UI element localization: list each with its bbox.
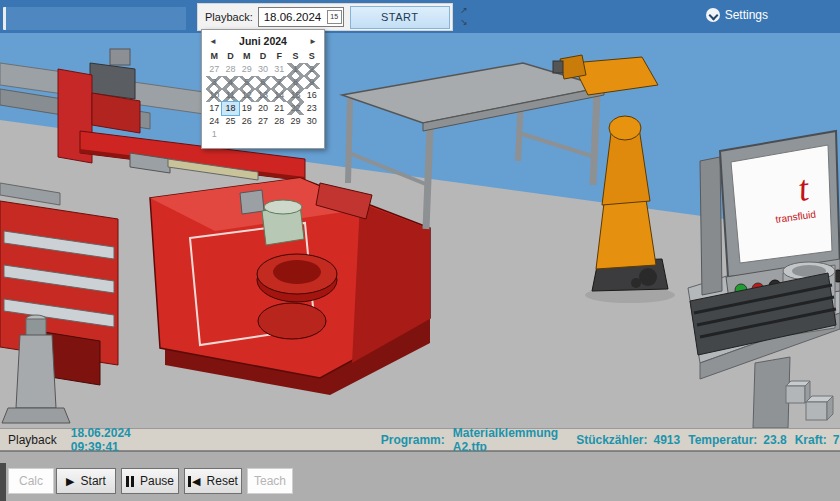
calendar-month-label: Juni 2024 bbox=[220, 35, 306, 47]
reset-button[interactable]: ◀ Reset bbox=[184, 468, 242, 494]
calendar-popup: ◄ Juni 2024 ► MDMDFSS 272829303112345678… bbox=[201, 29, 325, 149]
calendar-day-cell[interactable]: 27 bbox=[206, 63, 222, 76]
calendar-day-cell: 14 bbox=[271, 89, 287, 102]
calc-button-label: Calc bbox=[19, 474, 43, 488]
calendar-day-cell: 4 bbox=[222, 76, 238, 89]
start-button[interactable]: ▶ Start bbox=[56, 468, 116, 494]
calendar-day-cell: 22 bbox=[287, 102, 303, 115]
calendar-day-cell[interactable]: 30 bbox=[304, 115, 320, 128]
calendar-day-header: D bbox=[255, 50, 271, 63]
calendar-day-cell[interactable]: 28 bbox=[222, 63, 238, 76]
skip-to-start-icon: ◀ bbox=[188, 476, 200, 487]
calendar-day-cell[interactable]: 29 bbox=[287, 115, 303, 128]
toolbar-edge-fragment bbox=[0, 463, 6, 501]
calendar-day-header: S bbox=[304, 50, 320, 63]
calendar-day-cell[interactable]: 30 bbox=[255, 63, 271, 76]
status-bar: Playback 18.06.2024 09:39:41 Programm: M… bbox=[0, 428, 840, 451]
bottom-toolbar: Calc ▶ Start Pause ◀ Reset Teach 1.1.1 (… bbox=[0, 451, 840, 501]
settings-button[interactable]: Settings bbox=[706, 8, 768, 22]
temperature-value: 23.8 bbox=[763, 433, 786, 447]
playback-panel: Playback: 15 START bbox=[197, 3, 453, 31]
piece-counter-value: 4913 bbox=[654, 433, 681, 447]
force-label: Kraft: bbox=[795, 433, 827, 447]
calendar-day-header: M bbox=[206, 50, 222, 63]
monitor: t transfluid bbox=[720, 131, 840, 277]
calendar-icon[interactable]: 15 bbox=[327, 10, 342, 24]
calendar-day-cell: 5 bbox=[239, 76, 255, 89]
calendar-grid: 2728293031123456789101112131415161718192… bbox=[206, 63, 320, 141]
calendar-day-cell: 2 bbox=[304, 63, 320, 76]
calendar-day-cell: 15 bbox=[287, 89, 303, 102]
calendar-day-cell: 9 bbox=[304, 76, 320, 89]
pop-out-icon[interactable]: ↗ bbox=[456, 4, 472, 16]
calendar-day-cell: 12 bbox=[239, 89, 255, 102]
calendar-day-header: M bbox=[239, 50, 255, 63]
status-datetime: 18.06.2024 09:39:41 bbox=[71, 426, 131, 454]
teach-button-label: Teach bbox=[254, 474, 286, 488]
program-label: Programm: bbox=[381, 433, 445, 447]
calendar-day-header: S bbox=[287, 50, 303, 63]
calendar-prev-icon[interactable]: ◄ bbox=[206, 37, 220, 46]
calendar-day-cell[interactable]: 20 bbox=[255, 102, 271, 115]
calendar-day-cell[interactable]: 24 bbox=[206, 115, 222, 128]
calendar-day-cell: 3 bbox=[206, 76, 222, 89]
calendar-day-cell[interactable]: 21 bbox=[271, 102, 287, 115]
calendar-day-headers: MDMDFSS bbox=[206, 50, 320, 63]
temperature-label: Temperatur: bbox=[688, 433, 757, 447]
settings-label: Settings bbox=[725, 8, 768, 22]
playback-label: Playback: bbox=[205, 11, 253, 23]
calendar-day-cell[interactable]: 17 bbox=[206, 102, 222, 115]
calendar-day-header: D bbox=[222, 50, 238, 63]
calendar-day-cell[interactable]: 16 bbox=[304, 89, 320, 102]
teach-button: Teach bbox=[247, 468, 293, 494]
calendar-day-cell[interactable]: 31 bbox=[271, 63, 287, 76]
calendar-day-cell: 7 bbox=[271, 76, 287, 89]
force-value: 7.7 bbox=[833, 433, 840, 447]
calendar-day-cell[interactable]: 29 bbox=[239, 63, 255, 76]
calendar-day-cell: 1 bbox=[287, 63, 303, 76]
calendar-day-cell: 6 bbox=[255, 76, 271, 89]
scene-3d-viewport[interactable]: t transfluid bbox=[0, 33, 840, 428]
piece-counter-label: Stückzähler: bbox=[576, 433, 647, 447]
reset-button-label: Reset bbox=[207, 474, 238, 488]
top-toolbar-strip bbox=[3, 7, 186, 30]
calendar-day-cell: 13 bbox=[255, 89, 271, 102]
calendar-day-cell[interactable]: 28 bbox=[271, 115, 287, 128]
calendar-day-header: F bbox=[271, 50, 287, 63]
play-icon: ▶ bbox=[66, 476, 74, 487]
start-playback-button[interactable]: START bbox=[350, 6, 450, 29]
calendar-day-cell[interactable]: 1 bbox=[206, 128, 222, 141]
calendar-day-cell: 11 bbox=[222, 89, 238, 102]
calendar-next-icon[interactable]: ► bbox=[306, 37, 320, 46]
calc-button: Calc bbox=[8, 468, 54, 494]
top-bar: Playback: 15 START ↗ ↘ Settings bbox=[0, 0, 840, 33]
pop-in-icon[interactable]: ↘ bbox=[456, 16, 472, 28]
calendar-day-cell[interactable]: 25 bbox=[222, 115, 238, 128]
pause-icon bbox=[126, 476, 134, 487]
calendar-day-cell[interactable]: 27 bbox=[255, 115, 271, 128]
pause-button-label: Pause bbox=[140, 474, 174, 488]
calendar-day-cell[interactable]: 23 bbox=[304, 102, 320, 115]
program-value: Materialklemmung A2.tfp bbox=[453, 426, 558, 454]
monitor-screen bbox=[731, 145, 832, 263]
calendar-day-cell[interactable]: 26 bbox=[239, 115, 255, 128]
calendar-day-cell: 10 bbox=[206, 89, 222, 102]
pause-button[interactable]: Pause bbox=[121, 468, 179, 494]
calendar-day-cell[interactable]: 18 bbox=[222, 102, 238, 115]
calendar-day-cell: 8 bbox=[287, 76, 303, 89]
calendar-day-cell[interactable]: 19 bbox=[239, 102, 255, 115]
status-mode: Playback bbox=[8, 433, 57, 447]
start-button-label: Start bbox=[81, 474, 106, 488]
chevron-down-icon bbox=[706, 8, 720, 22]
